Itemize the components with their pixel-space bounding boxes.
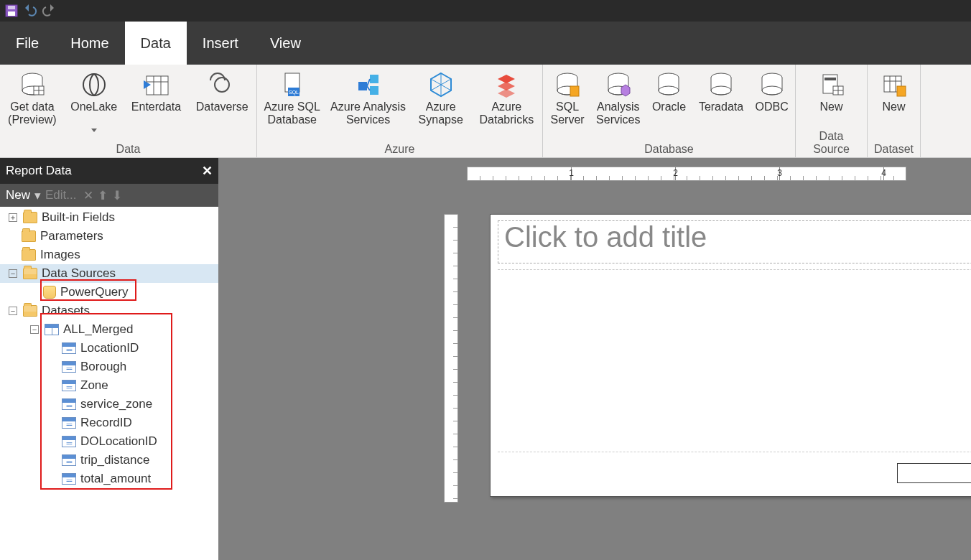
btn-label — [892, 113, 895, 126]
azdbx-button[interactable]: Azure Databricks — [475, 67, 538, 141]
tree-label: ALL_Merged — [63, 322, 133, 337]
ssas-button[interactable]: Analysis Services — [595, 67, 641, 141]
pane-header: Report Data ✕ — [0, 158, 218, 184]
btn-label: Dataverse — [196, 101, 248, 113]
tab-file[interactable]: File — [0, 22, 55, 65]
onelake-button[interactable]: OneLake — [68, 67, 121, 141]
edit-button: Edit... — [45, 188, 76, 202]
vertical-ruler — [444, 214, 458, 503]
svg-rect-18 — [370, 86, 378, 95]
sqlserver-button[interactable]: SQL Server — [547, 67, 587, 141]
ribbon-group-dataset: New Dataset — [868, 65, 921, 157]
tab-view[interactable]: View — [254, 22, 317, 65]
teradata-button[interactable]: Teradata — [697, 67, 746, 141]
tree-node-field[interactable]: == RecordID — [0, 414, 218, 432]
azsyn-button[interactable]: Azure Synapse — [414, 67, 468, 141]
field-icon: == — [62, 454, 76, 466]
field-icon: == — [62, 473, 76, 485]
title-placeholder[interactable]: Click to add title — [498, 220, 971, 263]
btn-label: Services — [346, 113, 390, 126]
tree-label: PowerQuery — [60, 285, 128, 299]
collapse-icon[interactable]: − — [30, 325, 39, 334]
tree-node-field[interactable]: == service_zone — [0, 395, 218, 414]
footer-region[interactable]: [&ExecutionTime] — [498, 452, 971, 490]
tree-label: DOLocationID — [80, 434, 157, 449]
folder-icon — [23, 212, 37, 223]
db-cube-icon — [17, 69, 48, 101]
save-icon[interactable] — [4, 4, 19, 18]
collapse-icon[interactable]: − — [9, 307, 17, 315]
btn-label: SQL — [556, 101, 579, 113]
dataverse-button[interactable]: Dataverse — [192, 67, 252, 141]
tab-insert[interactable]: Insert — [187, 22, 254, 65]
report-canvas[interactable]: Click to add title [&ExecutionTime] — [490, 214, 971, 497]
tree-node-field[interactable]: == total_amount — [0, 470, 218, 488]
tree-label: service_zone — [80, 397, 152, 411]
tree-node-builtin[interactable]: + Built-in Fields — [0, 208, 218, 227]
tree-label: LocationID — [80, 341, 139, 355]
btn-label: Synapse — [419, 113, 463, 126]
ribbon-group-data: Get data (Preview) OneLake Enterdata Dat… — [0, 65, 257, 157]
close-icon[interactable]: ✕ — [202, 163, 213, 179]
new-button[interactable]: New — [6, 188, 30, 202]
btn-label: Teradata — [699, 101, 743, 113]
odbc-button[interactable]: ODBC — [753, 67, 791, 141]
field-icon: == — [62, 417, 76, 429]
group-label: Data — [4, 141, 252, 156]
new-dset-icon — [878, 69, 910, 101]
pane-toolbar: New ▾ Edit... ✕ ⬆ ⬇ — [0, 184, 218, 207]
tree-node-datasets[interactable]: − Datasets — [0, 302, 218, 320]
svg-point-8 — [83, 74, 105, 95]
tree-node-images[interactable]: Images — [0, 246, 218, 264]
tree-label: trip_distance — [80, 453, 149, 467]
tree-label: Built-in Fields — [42, 210, 115, 225]
getdata-button[interactable]: Get data (Preview) — [4, 67, 60, 141]
tree-node-field[interactable]: == trip_distance — [0, 451, 218, 470]
execution-time-textbox[interactable]: [&ExecutionTime] — [897, 463, 971, 483]
azaas-button[interactable]: Azure Analysis Services — [330, 67, 406, 141]
svg-rect-33 — [824, 78, 836, 80]
azsql-button[interactable]: SQL Azure SQL Database — [261, 67, 322, 141]
field-icon: == — [62, 361, 76, 373]
btn-label — [93, 113, 96, 126]
undo-icon[interactable] — [23, 4, 37, 18]
tab-home[interactable]: Home — [55, 22, 124, 65]
report-data-tree[interactable]: + Built-in Fields Parameters Images − Da… — [0, 207, 218, 560]
tree-node-allmerged[interactable]: − ALL_Merged — [0, 320, 218, 339]
svg-rect-2 — [8, 6, 15, 9]
odbc-icon — [756, 69, 788, 101]
btn-label: Database — [267, 113, 317, 126]
tree-node-field[interactable]: == Zone — [0, 376, 218, 395]
collapse-icon[interactable]: − — [9, 269, 17, 278]
tree-label: Datasets — [42, 304, 90, 318]
btn-label — [154, 113, 157, 126]
btn-label — [220, 113, 223, 126]
chevron-down-icon — [91, 129, 97, 132]
tab-data[interactable]: Data — [125, 22, 187, 65]
field-icon: == — [62, 436, 76, 447]
redo-icon[interactable] — [42, 4, 56, 18]
tree-node-field[interactable]: == DOLocationID — [0, 432, 218, 451]
btn-label: (Preview) — [8, 113, 57, 126]
field-icon: == — [62, 398, 76, 410]
oracle-button[interactable]: Oracle — [649, 67, 689, 141]
btn-label: Azure — [426, 101, 456, 113]
tree-node-field[interactable]: == LocationID — [0, 339, 218, 358]
tree-node-parameters[interactable]: Parameters — [0, 227, 218, 246]
expand-icon[interactable]: + — [9, 213, 17, 222]
newds-button[interactable]: New — [800, 67, 863, 129]
tree-label: Parameters — [40, 229, 103, 243]
tree-label: RecordID — [80, 416, 132, 430]
dataset-icon — [45, 324, 59, 335]
enterdata-button[interactable]: Enterdata — [128, 67, 185, 141]
newdset-button[interactable]: New — [872, 67, 916, 141]
svg-line-19 — [367, 79, 370, 86]
folder-icon — [22, 249, 36, 261]
group-label: Dataset — [872, 141, 916, 156]
field-icon: == — [62, 380, 76, 391]
folder-open-icon — [23, 305, 37, 317]
tree-node-powerquery[interactable]: PowerQuery — [0, 283, 218, 302]
tree-node-datasources[interactable]: − Data Sources — [0, 264, 218, 283]
btn-label — [830, 113, 832, 126]
tree-node-field[interactable]: == Borough — [0, 358, 218, 376]
